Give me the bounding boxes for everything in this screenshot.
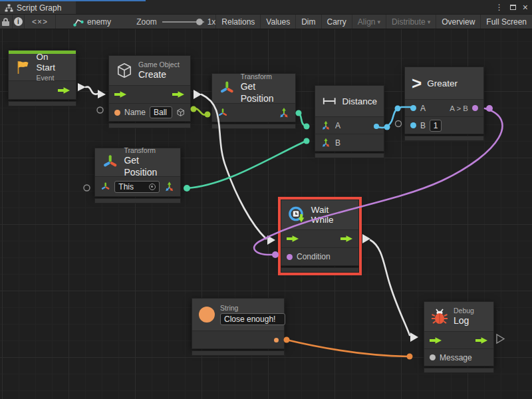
node-string-literal[interactable]: String Close enough! bbox=[192, 298, 285, 356]
window-close-icon[interactable]: × bbox=[523, 3, 528, 12]
window-maximize-icon[interactable] bbox=[510, 5, 516, 10]
string-input-port[interactable] bbox=[114, 110, 120, 116]
chevron-down-icon: ▾ bbox=[428, 19, 431, 25]
flow-input-port[interactable] bbox=[114, 90, 127, 98]
zoom-slider[interactable] bbox=[162, 19, 204, 25]
transform-input-port[interactable] bbox=[100, 182, 110, 192]
node-get-position-this[interactable]: Transform Get Position This bbox=[94, 148, 181, 203]
zoom-label: Zoom bbox=[136, 17, 157, 27]
flow-output-port[interactable] bbox=[58, 86, 70, 94]
condition-input-port[interactable] bbox=[287, 254, 293, 260]
number-input-port-b[interactable] bbox=[410, 122, 416, 128]
distance-icon bbox=[322, 96, 336, 106]
dim-button[interactable]: Dim bbox=[295, 15, 321, 29]
tab-title: Script Graph bbox=[17, 3, 61, 13]
node-on-start-event[interactable]: On Start Event bbox=[8, 50, 76, 106]
node-get-position-ball[interactable]: Transform Get Position bbox=[211, 73, 296, 129]
string-icon bbox=[199, 307, 215, 323]
tab-bar: Script Graph ⋮ × bbox=[0, 0, 532, 14]
position-output-port[interactable] bbox=[278, 107, 290, 119]
node-game-object-create[interactable]: Game Object Create Name Ball bbox=[108, 55, 191, 128]
node-distance[interactable]: Distance A B bbox=[315, 85, 384, 158]
game-object-output-icon[interactable] bbox=[176, 107, 185, 118]
name-field[interactable]: Ball bbox=[150, 106, 172, 118]
node-footer bbox=[108, 123, 191, 128]
b-value-field[interactable]: 1 bbox=[430, 120, 442, 132]
target-field[interactable]: This bbox=[114, 181, 159, 193]
vector-input-port-a[interactable] bbox=[321, 120, 331, 131]
info-button[interactable]: i bbox=[13, 15, 25, 29]
graph-name: enemy bbox=[87, 17, 111, 27]
node-title: Get Position bbox=[241, 81, 289, 104]
unity-visual-scripting-window: Script Graph ⋮ × i <×> enemy Zoom bbox=[0, 0, 532, 399]
node-title: Distance bbox=[342, 96, 377, 106]
distribute-dropdown[interactable]: Distribute▾ bbox=[386, 15, 436, 29]
flow-output-port[interactable] bbox=[475, 336, 488, 344]
node-subtitle: Event bbox=[37, 74, 69, 82]
node-greater[interactable]: > Greater A A > B B 1 bbox=[404, 66, 484, 141]
greater-icon: > bbox=[412, 74, 422, 92]
node-title: Greater bbox=[427, 78, 458, 88]
string-output-port[interactable] bbox=[274, 338, 279, 342]
window-menu-icon[interactable]: ⋮ bbox=[495, 3, 503, 11]
lock-button[interactable] bbox=[0, 15, 13, 29]
lock-icon bbox=[3, 18, 8, 21]
node-subtitle: Game Object bbox=[138, 61, 180, 69]
transform-input-port[interactable] bbox=[217, 108, 228, 118]
cube-icon bbox=[116, 62, 133, 79]
info-icon: i bbox=[14, 17, 23, 26]
flow-input-port[interactable] bbox=[287, 235, 299, 243]
tab-script-graph[interactable]: Script Graph bbox=[0, 1, 76, 14]
node-subtitle: Debug bbox=[454, 307, 474, 315]
carry-button[interactable]: Carry bbox=[321, 15, 352, 29]
flow-input-port[interactable] bbox=[430, 336, 442, 344]
values-button[interactable]: Values bbox=[260, 15, 295, 29]
node-wait-while[interactable]: Wait While Condition bbox=[281, 200, 359, 273]
wait-clock-icon bbox=[288, 205, 306, 224]
position-output-port[interactable] bbox=[164, 181, 175, 193]
flow-output-port[interactable] bbox=[340, 235, 353, 243]
node-subtitle: Transform bbox=[241, 72, 289, 81]
graph-asset-icon bbox=[73, 17, 84, 27]
node-title: Get Position bbox=[124, 155, 174, 178]
transform-icon bbox=[102, 154, 118, 171]
graph-asset-breadcrumb[interactable]: enemy bbox=[73, 17, 111, 27]
zoom-value: 1x bbox=[207, 17, 216, 27]
code-icon: <×> bbox=[32, 17, 48, 27]
relations-button[interactable]: Relations bbox=[215, 15, 260, 29]
object-picker-icon[interactable] bbox=[149, 184, 156, 190]
result-label: A > B bbox=[450, 104, 468, 112]
chevron-down-icon: ▾ bbox=[378, 19, 381, 25]
node-footer bbox=[404, 136, 484, 141]
node-debug-log[interactable]: Debug Log Message bbox=[424, 301, 494, 373]
node-title: Log bbox=[454, 315, 474, 327]
message-input-port[interactable] bbox=[430, 354, 436, 360]
flow-output-port[interactable] bbox=[172, 90, 185, 98]
bug-icon bbox=[431, 308, 448, 325]
code-view-button[interactable]: <×> bbox=[25, 15, 56, 29]
string-value-field[interactable]: Close enough! bbox=[220, 313, 285, 325]
node-subtitle: Transform bbox=[124, 146, 174, 155]
graph-toolbar: i <×> enemy Zoom 1x Relations Values Dim… bbox=[0, 14, 532, 29]
node-footer bbox=[281, 267, 359, 273]
port-label: Name bbox=[124, 108, 146, 117]
bool-output-port[interactable] bbox=[472, 105, 478, 111]
node-footer bbox=[211, 124, 296, 129]
node-title: On Start bbox=[37, 52, 69, 74]
script-graph-icon bbox=[5, 4, 13, 12]
node-subtitle: String bbox=[220, 304, 285, 313]
node-footer bbox=[94, 198, 181, 203]
node-title: Create bbox=[138, 69, 180, 81]
toolbar-buttons: Relations Values Dim Carry Align▾ Distri… bbox=[215, 15, 532, 29]
flag-icon bbox=[15, 59, 31, 75]
node-title: Wait While bbox=[311, 205, 352, 225]
overview-button[interactable]: Overview bbox=[436, 15, 480, 29]
node-footer bbox=[424, 368, 494, 373]
node-footer bbox=[315, 153, 384, 158]
full-screen-button[interactable]: Full Screen bbox=[480, 15, 532, 29]
vector-input-port-b[interactable] bbox=[321, 138, 331, 148]
align-dropdown[interactable]: Align▾ bbox=[352, 15, 386, 29]
number-input-port-a[interactable] bbox=[410, 105, 416, 111]
zoom-slider-handle[interactable] bbox=[196, 19, 203, 25]
node-footer bbox=[192, 350, 285, 356]
